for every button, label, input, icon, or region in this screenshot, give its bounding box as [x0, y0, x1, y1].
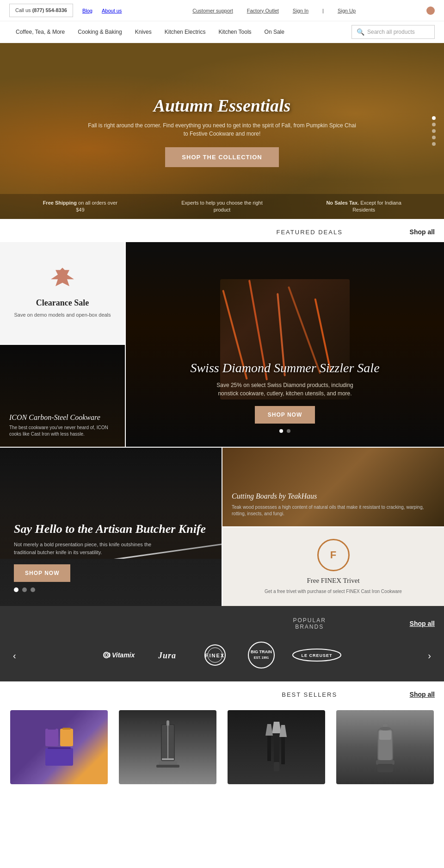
clearance-desc: Save on demo models and open-box deals	[14, 312, 111, 318]
nav-cooking[interactable]: Cooking & Baking	[71, 21, 128, 43]
nav-knives[interactable]: Knives	[129, 21, 158, 43]
hero-title: Autumn Essentials	[88, 95, 356, 116]
product-card-coffee[interactable]	[5, 705, 113, 794]
sign-up-link[interactable]: Sign Up	[338, 8, 356, 13]
nav-kitchen-electrics[interactable]: Kitchen Electrics	[158, 21, 212, 43]
artisan-knife-card[interactable]: Say Hello to the Artisan Butcher Knife N…	[0, 448, 222, 606]
blog-link[interactable]: Blog	[82, 8, 92, 13]
hero-dots	[432, 116, 436, 146]
svg-rect-22	[166, 720, 169, 726]
product-card-knives[interactable]	[222, 705, 331, 794]
swiss-diamond-title: Swiss Diamond Summer Sizzler Sale	[190, 361, 379, 375]
factory-outlet-link[interactable]: Factory Outlet	[247, 8, 279, 13]
brands-header: POPULARBRANDS Shop all	[9, 617, 435, 630]
about-link[interactable]: About us	[102, 8, 122, 13]
sign-in-link[interactable]: Sign In	[293, 8, 308, 13]
jura-brand[interactable]: Jura	[157, 648, 185, 664]
clearance-icon	[51, 268, 74, 291]
svg-text:Jura: Jura	[158, 651, 176, 660]
bigtrain-brand[interactable]: BIG TRAIN EST. 1991	[245, 641, 278, 670]
hero-dot-3[interactable]	[432, 129, 436, 133]
feature-shipping: Free Shipping on all orders over $49	[38, 200, 122, 214]
artisan-dot-2[interactable]	[22, 587, 27, 592]
product-image-french-press	[119, 710, 216, 784]
bestsellers-shopall[interactable]: Shop all	[410, 691, 435, 698]
artisan-knife-desc: Not merely a bold presentation piece, th…	[14, 541, 162, 556]
svg-point-1	[105, 654, 108, 656]
feature-experts: Experts to help you choose the right pro…	[180, 200, 264, 214]
svg-rect-15	[62, 728, 71, 730]
top-bar-center: Customer support Factory Outlet Sign In …	[192, 8, 356, 13]
brands-next-button[interactable]: ›	[424, 650, 435, 661]
finex-brand[interactable]: FINEX	[199, 643, 231, 668]
product-card-french-press[interactable]	[113, 705, 222, 794]
icon-cookware-card[interactable]: ICON Carbon-Steel Cookware The best cook…	[0, 345, 125, 447]
account-icon[interactable]	[426, 6, 435, 15]
finex-title: Free FINEX Trivet	[307, 577, 359, 585]
brands-carousel: ‹ Vitamix Jura FINEX	[9, 641, 435, 670]
hero-content: Autumn Essentials Fall is right around t…	[88, 95, 356, 167]
clearance-sale-card[interactable]: Clearance Sale Save on demo models and o…	[0, 242, 125, 344]
nav-on-sale[interactable]: On Sale	[258, 21, 291, 43]
finex-logo: F	[317, 539, 350, 571]
artisan-dot-1[interactable]	[14, 587, 18, 592]
teakhaus-card[interactable]: Cutting Boards by TeakHaus Teak wood pos…	[222, 448, 444, 526]
icon-cookware-title: ICON Carbon-Steel Cookware	[9, 413, 116, 422]
bestsellers-title: BEST SELLERS	[210, 691, 410, 698]
top-bar-left: Call us (877) 554-8336 Blog About us	[9, 4, 122, 17]
finex-card[interactable]: F Free FINEX Trivet Get a free trivet wi…	[222, 527, 444, 606]
nav-coffee[interactable]: Coffee, Tea, & More	[9, 21, 71, 43]
featured-deals-shopall[interactable]: Shop all	[410, 228, 435, 236]
hero-banner: Autumn Essentials Fall is right around t…	[0, 43, 444, 219]
svg-rect-36	[377, 764, 393, 772]
hero-subtitle: Fall is right around the corner. Find ev…	[88, 121, 356, 138]
product-card-blender[interactable]	[331, 705, 439, 794]
hero-dot-1[interactable]	[432, 116, 436, 120]
artisan-knife-cta[interactable]: SHOP NOW	[14, 564, 70, 582]
call-us-box[interactable]: Call us (877) 554-8336	[9, 4, 73, 17]
nav-links: Coffee, Tea, & More Cooking & Baking Kni…	[9, 21, 291, 43]
top-bar-right	[426, 6, 435, 15]
svg-text:LE CREUSET: LE CREUSET	[301, 653, 332, 658]
swiss-diamond-card[interactable]: Swiss Diamond Summer Sizzler Sale Save 2…	[126, 242, 444, 447]
swiss-dot-1[interactable]	[279, 429, 283, 433]
svg-rect-17	[48, 747, 71, 749]
artisan-knife-title: Say Hello to the Artisan Butcher Knife	[14, 522, 208, 536]
vitamix-brand[interactable]: Vitamix	[102, 648, 143, 663]
svg-marker-29	[265, 724, 273, 736]
svg-text:FINEX: FINEX	[205, 653, 225, 659]
lecreuset-brand[interactable]: LE CREUSET	[291, 648, 342, 663]
bestsellers-header: BEST SELLERS Shop all	[0, 681, 444, 705]
artisan-dot-3[interactable]	[31, 587, 35, 592]
svg-marker-26	[272, 722, 281, 733]
nav-kitchen-tools[interactable]: Kitchen Tools	[212, 21, 258, 43]
best-sellers-products	[0, 705, 444, 804]
search-icon: 🔍	[357, 28, 364, 36]
feature-no-sales-tax: No Sales Tax. Except for Indiana Residen…	[322, 200, 406, 214]
artisan-right-column: Cutting Boards by TeakHaus Teak wood pos…	[222, 448, 444, 606]
search-box[interactable]: 🔍 Search all products	[352, 25, 435, 39]
swiss-dot-2[interactable]	[287, 429, 290, 433]
svg-rect-34	[379, 731, 391, 740]
brands-prev-button[interactable]: ‹	[9, 650, 20, 661]
svg-rect-20	[159, 761, 177, 765]
brands-shopall[interactable]: Shop all	[410, 620, 435, 627]
icon-cookware-desc: The best cookware you've never heard of,…	[9, 425, 116, 437]
clearance-title: Clearance Sale	[36, 298, 89, 308]
product-image-coffee	[10, 710, 108, 784]
hero-dot-5[interactable]	[432, 142, 436, 146]
hero-features: Free Shipping on all orders over $49 Exp…	[0, 194, 444, 219]
main-nav: Coffee, Tea, & More Cooking & Baking Kni…	[0, 21, 444, 43]
customer-support-link[interactable]: Customer support	[192, 8, 233, 13]
svg-point-7	[248, 642, 274, 668]
hero-dot-4[interactable]	[432, 136, 436, 139]
swiss-diamond-cta[interactable]: SHOP NOW	[255, 406, 315, 424]
svg-rect-16	[45, 748, 73, 766]
artisan-dots	[14, 587, 208, 592]
svg-rect-24	[162, 758, 174, 760]
svg-text:Vitamix: Vitamix	[112, 651, 135, 659]
hero-dot-2[interactable]	[432, 123, 436, 126]
phone-number: (877) 554-8336	[32, 7, 67, 13]
hero-cta-button[interactable]: SHOP THE COLLECTION	[165, 147, 278, 167]
swiss-diamond-dots	[190, 429, 379, 433]
